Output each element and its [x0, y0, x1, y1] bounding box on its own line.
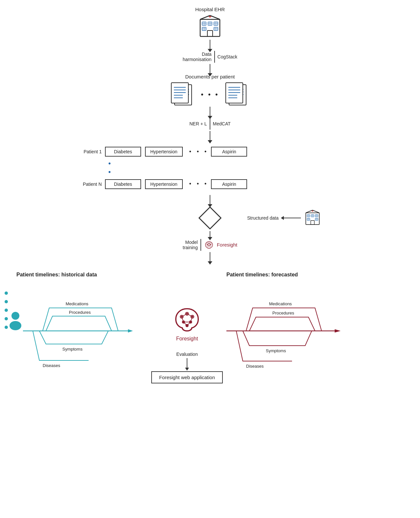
- harmonisation-row: Dataharmonisation CogStack: [183, 51, 238, 63]
- svg-line-44: [306, 210, 313, 213]
- arrow-ner-to-patients: [210, 131, 210, 141]
- docs-ellipsis: • • •: [201, 90, 219, 99]
- patientN-row: Patient N Diabetes Hypertension • • • As…: [79, 179, 341, 189]
- eval-arrow-head: [185, 368, 189, 371]
- documents-section: Documents per patient: [168, 74, 252, 107]
- hospital-small-icon: [304, 209, 322, 227]
- ner-row: NER + L MedCAT: [189, 118, 231, 130]
- evaluation-label: Evaluation: [176, 352, 198, 357]
- docs-row: • • •: [168, 82, 252, 107]
- patient1-hypertension: Hypertension: [145, 147, 183, 157]
- svg-point-99: [183, 321, 184, 323]
- model-training-divider: [200, 239, 201, 251]
- svg-rect-53: [311, 221, 314, 225]
- arrow-left-head: [281, 216, 284, 220]
- left-timeline-svg: Medications Procedures Symptoms Diseases: [23, 282, 148, 374]
- medcat-label: MedCAT: [213, 121, 231, 126]
- left-timeline: Patient timelines: historical data: [0, 269, 151, 393]
- patient-dot-1: [5, 291, 8, 295]
- patients-dots-separator: ••: [105, 159, 341, 177]
- svg-point-65: [207, 244, 208, 245]
- right-timeline-title: Patient timelines: forecasted: [226, 272, 298, 277]
- patients-section: Patient 1 Diabetes Hypertension • • • As…: [79, 144, 341, 192]
- arrow-patients-to-diamond: [210, 195, 210, 205]
- svg-text:Medications: Medications: [66, 301, 89, 306]
- svg-rect-47: [312, 210, 313, 212]
- svg-line-45: [313, 210, 320, 213]
- patientN-dots: • • •: [189, 181, 209, 187]
- structured-data-label: Structured data: [247, 215, 279, 221]
- docs-left-icon: [168, 82, 198, 107]
- docs-right-icon: [222, 82, 252, 107]
- left-timeline-title: Patient timelines: historical data: [16, 272, 97, 277]
- evaluation-arrow: [187, 358, 187, 368]
- hospital-ehr-label: Hospital EHR: [195, 7, 225, 12]
- svg-text:Procedures: Procedures: [69, 310, 91, 315]
- diamond-shape: [199, 206, 222, 229]
- patient1-diabetes: Diabetes: [105, 147, 141, 157]
- person-icon-container: [7, 311, 24, 332]
- svg-point-67: [210, 244, 211, 245]
- person-icon: [7, 311, 24, 331]
- arrow-model-to-bottom: [210, 252, 210, 262]
- patientN-aspirin: Aspirin: [211, 179, 247, 189]
- model-training-row: Modeltraining Foresight: [183, 239, 237, 251]
- structured-data-arrow: [281, 218, 301, 218]
- svg-rect-10: [207, 31, 213, 36]
- svg-marker-78: [128, 329, 133, 333]
- foresight-brain-large-icon: [172, 304, 202, 334]
- ner-divider: [210, 118, 210, 130]
- main-diagram: Hospital EHR: [0, 0, 420, 393]
- svg-point-96: [181, 316, 182, 317]
- foresight-brain-small-icon: [204, 240, 214, 250]
- bottom-section: Patient timelines: historical data: [0, 269, 420, 393]
- svg-rect-4: [210, 16, 210, 18]
- top-section: Hospital EHR: [0, 0, 420, 262]
- svg-text:Symptoms: Symptoms: [62, 347, 83, 352]
- svg-text:Medications: Medications: [269, 301, 292, 306]
- hospital-icon: [197, 13, 223, 40]
- patient-dot-2: [5, 300, 8, 303]
- svg-line-2: [210, 15, 220, 19]
- arrow-diamond-to-model: [210, 231, 210, 238]
- ner-label: NER + L: [189, 121, 207, 126]
- svg-marker-103: [335, 329, 341, 333]
- evaluation-group: Evaluation Foresight web application: [151, 352, 223, 383]
- svg-point-101: [186, 325, 188, 326]
- foresight-web-label: Foresight web application: [159, 375, 215, 380]
- arrow-harmonisation-to-docs: [210, 64, 210, 74]
- patientN-diabetes: Diabetes: [105, 179, 141, 189]
- patient1-row: Patient 1 Diabetes Hypertension • • • As…: [79, 147, 341, 157]
- patient1-dots: • • •: [189, 148, 209, 155]
- svg-point-97: [186, 313, 188, 314]
- svg-point-76: [10, 321, 21, 330]
- svg-line-1: [200, 15, 210, 19]
- svg-text:Diseases: Diseases: [246, 364, 264, 369]
- patient1-aspirin: Aspirin: [211, 147, 247, 157]
- cogstack-label: CogStack: [218, 54, 238, 59]
- patientN-label: Patient N: [79, 182, 105, 187]
- svg-point-75: [11, 312, 19, 320]
- right-timeline-svg: Medications Procedures Symptoms Diseases: [226, 282, 358, 374]
- svg-text:Diseases: Diseases: [43, 363, 60, 368]
- right-timeline: Patient timelines: forecasted Medication…: [223, 269, 374, 393]
- data-harmonisation-label: Dataharmonisation: [183, 52, 212, 62]
- diamond-container: Structured data: [79, 205, 341, 231]
- svg-text:Procedures: Procedures: [272, 311, 294, 315]
- svg-point-98: [192, 316, 193, 317]
- patient1-label: Patient 1: [79, 149, 105, 154]
- svg-text:Symptoms: Symptoms: [266, 348, 286, 353]
- arrow-docs-to-ner: [210, 107, 210, 117]
- hospital-ehr-block: Hospital EHR: [195, 7, 225, 40]
- center-foresight: Foresight Evaluation Foresight web appli…: [151, 269, 223, 393]
- foresight-web-box: Foresight web application: [151, 371, 223, 383]
- patientN-hypertension: Hypertension: [145, 179, 183, 189]
- foresight-center-label: Foresight: [176, 336, 198, 342]
- foresight-model-label: Foresight: [217, 242, 238, 248]
- model-training-label: Modeltraining: [183, 240, 198, 250]
- structured-data-group: Structured data: [247, 209, 322, 227]
- svg-point-100: [190, 321, 191, 323]
- svg-point-64: [205, 241, 213, 249]
- arrow-ehr-to-harmonisation: [210, 40, 210, 50]
- row-divider: [214, 51, 215, 63]
